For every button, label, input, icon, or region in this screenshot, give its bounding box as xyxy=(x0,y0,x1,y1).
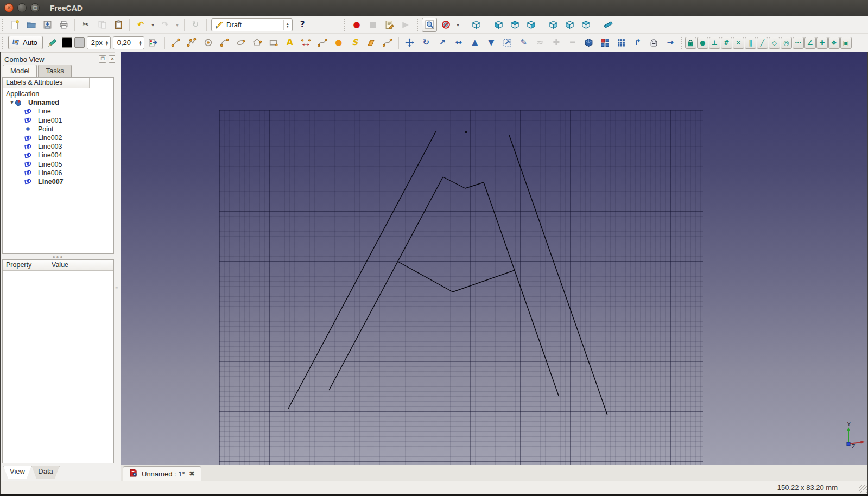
draft-point-button[interactable]: ● xyxy=(331,36,346,50)
snap-midpoint-button[interactable]: ◇ xyxy=(769,37,780,49)
open-document-button[interactable] xyxy=(23,18,39,32)
view-right-button[interactable] xyxy=(523,18,538,32)
view-toolbar-handle[interactable] xyxy=(417,19,419,31)
sketch-point[interactable] xyxy=(465,131,467,133)
toggle-dimension-button[interactable]: ▣ xyxy=(840,37,852,49)
draft-dimension-button[interactable] xyxy=(299,36,314,50)
draft-text-button[interactable]: A xyxy=(282,36,297,50)
draft-to-sketch-button[interactable] xyxy=(581,36,597,50)
view-axonometric-button[interactable] xyxy=(468,18,484,32)
fit-all-button[interactable] xyxy=(422,18,437,32)
undo-menu-button[interactable]: ▾ xyxy=(149,18,156,32)
whats-this-button[interactable]: ? xyxy=(295,18,310,32)
view-rear-button[interactable] xyxy=(546,18,561,32)
construction-mode-button[interactable] xyxy=(45,36,60,50)
tab-close-icon[interactable]: ✖ xyxy=(189,470,195,478)
draw-style-button[interactable] xyxy=(438,18,453,32)
tree-item-line004[interactable]: Line004 xyxy=(3,151,113,160)
sketch-line-Line001[interactable] xyxy=(509,135,607,415)
snap-intersection-button[interactable]: ✕ xyxy=(733,37,744,49)
view-left-button[interactable] xyxy=(578,18,593,32)
resize-grip[interactable] xyxy=(859,485,867,493)
workbench-selector[interactable]: Draft▲▼ xyxy=(211,18,293,31)
draft-scale-button[interactable] xyxy=(500,36,515,50)
draft-downgrade-button[interactable]: ▼ xyxy=(484,36,499,50)
draft-remove-point-button[interactable]: ━ xyxy=(565,36,580,50)
snap-parallel-button[interactable]: ∥ xyxy=(745,37,756,49)
draft-edit-button[interactable]: ✎ xyxy=(516,36,531,50)
tab-tasks[interactable]: Tasks xyxy=(38,65,71,77)
draft-move-button[interactable] xyxy=(402,36,417,50)
snap-perpendicular-button[interactable]: ⊥ xyxy=(709,37,720,49)
paste-button[interactable] xyxy=(111,18,126,32)
line-width-spinner[interactable]: 2px▲▼ xyxy=(87,36,111,49)
sketch-line-Line003[interactable] xyxy=(443,177,465,188)
maximize-button[interactable]: ▢ xyxy=(30,3,40,12)
draft-wire-button[interactable] xyxy=(185,36,200,50)
draft-line-button[interactable] xyxy=(168,36,183,50)
save-document-button[interactable] xyxy=(40,18,55,32)
snap-grid-button[interactable]: # xyxy=(721,37,732,49)
measure-distance-button[interactable] xyxy=(600,18,616,32)
redo-menu-button[interactable]: ▾ xyxy=(174,18,181,32)
new-document-button[interactable] xyxy=(7,18,22,32)
draft-clone-button[interactable] xyxy=(647,36,662,50)
snap-center-button[interactable]: ◎ xyxy=(781,37,792,49)
macro-run-button[interactable]: ▶ xyxy=(398,18,413,32)
view-front-button[interactable] xyxy=(491,18,506,32)
line-color-swatch[interactable] xyxy=(62,37,72,48)
tree-item-line002[interactable]: Line002 xyxy=(3,133,113,142)
print-document-button[interactable] xyxy=(56,18,71,32)
working-plane-button[interactable]: Auto xyxy=(8,36,43,49)
draft-mirror-button[interactable]: → xyxy=(663,36,678,50)
tree-item-line[interactable]: Line xyxy=(3,107,113,116)
draft-bezier-button[interactable] xyxy=(380,36,395,50)
refresh-button[interactable]: ↻ xyxy=(188,18,203,32)
draft-path-array-button[interactable] xyxy=(614,36,629,50)
apply-style-button[interactable] xyxy=(146,36,161,50)
draft-subelement-highlight-button[interactable]: ≈ xyxy=(533,36,548,50)
panel-resize-splitter[interactable] xyxy=(115,52,121,465)
3d-viewport[interactable]: YXZ xyxy=(121,52,868,465)
macro-stop-button[interactable]: ■ xyxy=(365,18,381,32)
tree-item-line006[interactable]: Line006 xyxy=(3,169,113,177)
draft-add-point-button[interactable]: ✚ xyxy=(549,36,564,50)
file-toolbar-handle[interactable] xyxy=(2,19,4,31)
draft-array-button[interactable] xyxy=(598,36,613,50)
tree-item-line005[interactable]: Line005 xyxy=(3,160,113,169)
tree-item-line007[interactable]: Line007 xyxy=(3,177,113,186)
view-bottom-button[interactable] xyxy=(562,18,577,32)
snap-angle-button[interactable]: ∠ xyxy=(804,37,816,49)
draft-trimex-button[interactable]: ↔ xyxy=(451,36,466,50)
redo-button[interactable]: ↷ xyxy=(157,18,173,32)
draft-arc-button[interactable] xyxy=(217,36,232,50)
copy-button[interactable] xyxy=(94,18,110,32)
draft-shapestring-button[interactable]: S xyxy=(347,36,363,50)
sketch-line-Line007[interactable] xyxy=(453,270,515,292)
tree-item-line001[interactable]: Line001 xyxy=(3,116,113,125)
property-column-header[interactable]: Property xyxy=(3,260,48,270)
draft-polygon-button[interactable] xyxy=(250,36,265,50)
document-tab[interactable]: Unnamed : 1* ✖ xyxy=(123,466,201,481)
tree-column-header[interactable]: Labels & Attributes xyxy=(3,78,90,88)
tab-data-properties[interactable]: Data xyxy=(31,466,60,479)
snap-extension-button[interactable]: ╱ xyxy=(757,37,768,49)
draw-style-menu-button[interactable]: ▾ xyxy=(454,18,461,32)
close-button[interactable]: ✕ xyxy=(4,3,14,12)
tree-item-line003[interactable]: Line003 xyxy=(3,142,113,151)
draft-upgrade-button[interactable]: ▲ xyxy=(467,36,483,50)
snap-toolbar-handle[interactable] xyxy=(681,37,683,49)
snap-ortho-button[interactable]: ✚ xyxy=(816,37,828,49)
sketch-line-Line004[interactable] xyxy=(465,182,484,188)
draft-rotate-button[interactable]: ↻ xyxy=(419,36,434,50)
sketch-line-Line006[interactable] xyxy=(398,262,453,292)
panel-splitter[interactable]: ●●● xyxy=(2,255,114,259)
face-color-swatch[interactable] xyxy=(74,37,85,48)
macro-toolbar-handle[interactable] xyxy=(344,19,346,31)
text-scale-spinner[interactable]: 0,20▲▼ xyxy=(113,36,144,49)
minimize-button[interactable]: – xyxy=(17,3,27,12)
draft-offset-button[interactable]: ↗ xyxy=(435,36,450,50)
tab-view-properties[interactable]: View xyxy=(3,466,31,479)
value-column-header[interactable]: Value xyxy=(48,260,113,270)
spinner-arrows-icon[interactable]: ▲▼ xyxy=(103,38,110,48)
